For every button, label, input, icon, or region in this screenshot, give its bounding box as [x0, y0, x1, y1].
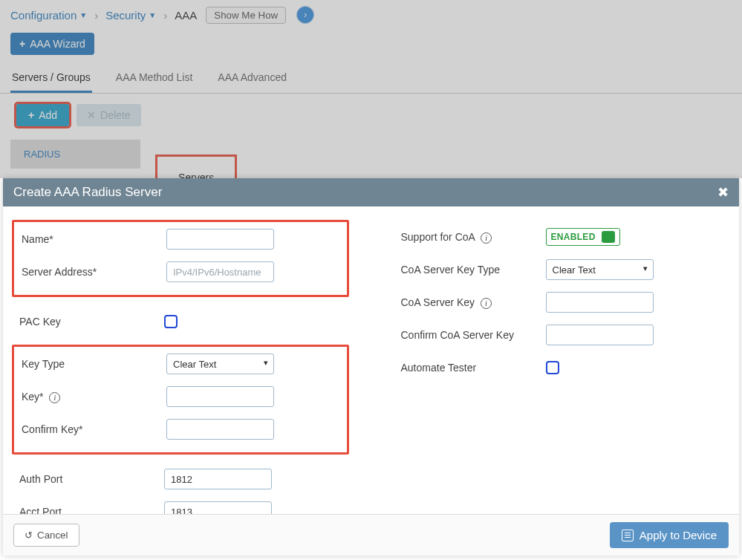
- modal-footer: ↺ Cancel Apply to Device: [3, 514, 739, 556]
- add-button-label: Add: [39, 109, 57, 121]
- coa-support-label: Support for CoA i: [401, 231, 546, 244]
- main-tabs: Servers / Groups AAA Method List AAA Adv…: [0, 64, 742, 94]
- automate-tester-checkbox[interactable]: [546, 361, 559, 374]
- confirm-coa-key-label: Confirm CoA Server Key: [401, 329, 546, 341]
- highlight-group-key: Key Type Clear Text Key* i: [12, 345, 349, 455]
- key-label: Key* i: [22, 391, 166, 403]
- key-type-label: Key Type: [22, 358, 166, 370]
- auth-port-label: Auth Port: [19, 473, 164, 485]
- modal-right-column: Support for CoA i ENABLED CoA Server Key…: [394, 220, 731, 505]
- delete-button-label: Delete: [100, 109, 130, 121]
- modal-header: Create AAA Radius Server ✖: [3, 178, 739, 206]
- apply-button-label: Apply to Device: [640, 529, 717, 541]
- close-icon[interactable]: ✖: [717, 184, 729, 201]
- toggle-enabled-label: ENABLED: [551, 232, 596, 242]
- coa-key-label-text: CoA Server Key: [401, 296, 475, 308]
- coa-support-label-text: Support for CoA: [401, 231, 475, 243]
- info-icon[interactable]: i: [481, 298, 492, 309]
- breadcrumb-configuration[interactable]: Configuration ▼: [10, 9, 87, 22]
- key-field[interactable]: [166, 386, 274, 407]
- pac-key-checkbox[interactable]: [164, 315, 178, 328]
- undo-icon: ↺: [25, 530, 33, 541]
- toggle-knob-icon: [602, 231, 615, 243]
- coa-key-type-select[interactable]: Clear Text: [546, 259, 654, 280]
- plus-icon: +: [19, 38, 25, 50]
- automate-tester-label: Automate Tester: [401, 362, 546, 374]
- tab-servers-groups[interactable]: Servers / Groups: [10, 64, 92, 93]
- info-icon[interactable]: i: [481, 232, 492, 244]
- aaa-wizard-button[interactable]: + AAA Wizard: [10, 33, 94, 55]
- device-icon: [622, 530, 634, 541]
- server-type-sidebar: RADIUS: [10, 140, 140, 169]
- name-label: Name*: [22, 233, 166, 245]
- modal-title: Create AAA Radius Server: [13, 185, 162, 200]
- key-label-text: Key*: [22, 391, 44, 403]
- key-type-select[interactable]: Clear Text: [166, 354, 274, 374]
- breadcrumb-configuration-label: Configuration: [10, 9, 77, 22]
- apply-to-device-button[interactable]: Apply to Device: [610, 522, 729, 548]
- go-arrow-button[interactable]: ›: [296, 6, 314, 24]
- plus-icon: +: [28, 109, 34, 121]
- breadcrumb-security[interactable]: Security ▼: [105, 9, 156, 22]
- caret-down-icon: ▼: [79, 11, 87, 19]
- acct-port-field[interactable]: [164, 501, 272, 514]
- server-address-field[interactable]: [166, 261, 274, 282]
- info-icon[interactable]: i: [49, 392, 60, 403]
- coa-key-field[interactable]: [546, 292, 654, 313]
- breadcrumb-current: AAA: [175, 9, 197, 22]
- show-me-how-button[interactable]: Show Me How: [206, 7, 286, 24]
- tab-advanced[interactable]: AAA Advanced: [216, 64, 288, 93]
- confirm-coa-key-field[interactable]: [546, 325, 654, 345]
- cancel-button[interactable]: ↺ Cancel: [13, 524, 79, 547]
- coa-key-label: CoA Server Key i: [401, 296, 546, 309]
- chevron-right-icon: ›: [94, 9, 98, 22]
- highlight-group-name-address: Name* Server Address*: [12, 220, 349, 297]
- caret-down-icon: ▼: [149, 11, 156, 19]
- x-icon: ✕: [87, 109, 96, 121]
- sidebar-item-radius[interactable]: RADIUS: [10, 140, 140, 169]
- coa-key-type-label: CoA Server Key Type: [401, 264, 546, 276]
- delete-button[interactable]: ✕ Delete: [77, 104, 140, 126]
- coa-support-toggle[interactable]: ENABLED: [546, 228, 620, 246]
- modal-left-column: Name* Server Address* PAC Key: [12, 220, 349, 505]
- cancel-button-label: Cancel: [37, 530, 68, 541]
- confirm-key-field[interactable]: [166, 419, 274, 440]
- server-address-label: Server Address*: [22, 266, 166, 278]
- chevron-right-icon: ›: [163, 9, 167, 22]
- breadcrumb-security-label: Security: [105, 9, 146, 22]
- auth-port-field[interactable]: [164, 469, 272, 489]
- tab-method-list[interactable]: AAA Method List: [114, 64, 195, 93]
- add-button[interactable]: + Add: [16, 104, 69, 126]
- confirm-key-label: Confirm Key*: [22, 423, 166, 435]
- acct-port-label: Acct Port: [19, 506, 164, 514]
- pac-key-label: PAC Key: [19, 316, 164, 328]
- aaa-wizard-label: AAA Wizard: [30, 38, 85, 50]
- breadcrumb: Configuration ▼ › Security ▼ › AAA Show …: [0, 0, 742, 28]
- name-field[interactable]: [166, 229, 274, 250]
- create-radius-server-modal: Create AAA Radius Server ✖ Name* Server …: [3, 178, 739, 556]
